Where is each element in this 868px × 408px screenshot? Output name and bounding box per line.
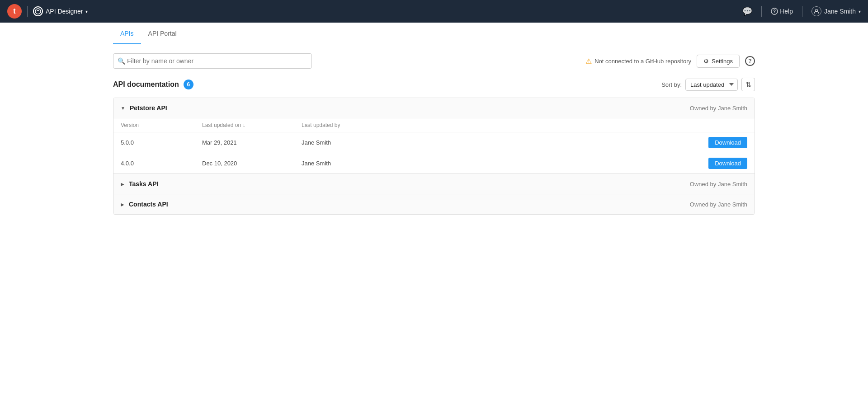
app-logo[interactable]: t (7, 4, 22, 19)
settings-button[interactable]: ⚙ Settings (697, 55, 740, 68)
brand-logo-icon (33, 6, 43, 16)
tab-bar: APIs API Portal (0, 23, 868, 44)
chevron-right-icon: ▶ (121, 202, 124, 207)
filter-actions: ⚠ Not connected to a GitHub repository ⚙… (585, 55, 755, 68)
tab-apis[interactable]: APIs (113, 23, 141, 44)
chat-icon[interactable]: 💬 (742, 6, 752, 16)
api-group-left-petstore: ▼ Petstore API (121, 104, 167, 112)
api-group-left-tasks: ▶ Tasks API (121, 180, 158, 188)
api-group-tasks: ▶ Tasks API Owned by Jane Smith (113, 174, 755, 194)
count-badge: 6 (184, 80, 193, 89)
download-button[interactable]: Download (708, 137, 747, 148)
sort-direction-button[interactable]: ⇅ (741, 78, 755, 91)
updated-by-value: Jane Smith (302, 160, 401, 167)
api-table: ▼ Petstore API Owned by Jane Smith Versi… (113, 98, 755, 215)
header-divider (27, 6, 28, 17)
api-group-petstore: ▼ Petstore API Owned by Jane Smith Versi… (113, 98, 755, 174)
main-content: APIs API Portal 🔍 ⚠ Not connected to a G… (0, 23, 868, 408)
version-header-row: Version Last updated on ↓ Last updated b… (113, 118, 755, 132)
settings-gear-icon: ⚙ (703, 58, 709, 65)
github-status: ⚠ Not connected to a GitHub repository (585, 57, 691, 66)
api-group-header-contacts[interactable]: ▶ Contacts API Owned by Jane Smith (113, 194, 755, 214)
sort-select[interactable]: Last updated Name Owner (685, 79, 738, 91)
col-header-updated-by: Last updated by (302, 122, 401, 128)
info-button[interactable]: ? (745, 56, 755, 66)
updated-by-value: Jane Smith (302, 139, 401, 146)
section-header: API documentation 6 Sort by: Last update… (113, 78, 755, 91)
chevron-down-icon: ▼ (121, 106, 125, 111)
version-row: 4.0.0 Dec 10, 2020 Jane Smith Download (113, 153, 755, 174)
chevron-right-icon: ▶ (121, 182, 124, 187)
sort-dir-icon: ⇅ (745, 80, 751, 89)
download-button[interactable]: Download (708, 158, 747, 169)
updated-on-value: Mar 29, 2021 (202, 139, 302, 146)
sort-area: Sort by: Last updated Name Owner ⇅ (661, 78, 755, 91)
filter-bar: 🔍 ⚠ Not connected to a GitHub repository… (113, 53, 755, 69)
header-right-area: 💬 ? Help Jane Smith ▾ (742, 6, 861, 17)
version-table-petstore: Version Last updated on ↓ Last updated b… (113, 118, 755, 174)
header-divider-3 (802, 6, 802, 17)
svg-text:?: ? (773, 9, 776, 14)
version-row: 5.0.0 Mar 29, 2021 Jane Smith Download (113, 132, 755, 153)
search-icon: 🔍 (118, 57, 125, 65)
version-number: 4.0.0 (121, 160, 202, 167)
user-caret-icon: ▾ (859, 9, 861, 14)
col-header-updated-on[interactable]: Last updated on ↓ (202, 122, 302, 128)
updated-on-value: Dec 10, 2020 (202, 160, 302, 167)
brand-caret-icon: ▾ (85, 9, 88, 14)
col-header-actions (401, 122, 747, 128)
brand-name-label: API Designer (46, 8, 83, 15)
api-group-header-petstore[interactable]: ▼ Petstore API Owned by Jane Smith (113, 98, 755, 118)
user-avatar-icon (811, 6, 821, 16)
brand-switcher[interactable]: API Designer ▾ (33, 6, 88, 16)
section-title: API documentation 6 (113, 80, 193, 89)
api-group-left-contacts: ▶ Contacts API (121, 201, 168, 208)
user-menu[interactable]: Jane Smith ▾ (811, 6, 861, 16)
header-divider-2 (761, 6, 762, 17)
svg-point-0 (35, 9, 41, 14)
filter-input-wrap: 🔍 (113, 53, 312, 69)
filter-input[interactable] (113, 53, 312, 69)
version-number: 5.0.0 (121, 139, 202, 146)
api-group-header-tasks[interactable]: ▶ Tasks API Owned by Jane Smith (113, 174, 755, 194)
api-group-contacts: ▶ Contacts API Owned by Jane Smith (113, 194, 755, 214)
help-circle-icon: ? (771, 8, 778, 15)
tab-api-portal[interactable]: API Portal (141, 23, 184, 44)
warning-icon: ⚠ (585, 57, 592, 66)
help-button[interactable]: ? Help (771, 8, 793, 15)
col-header-version: Version (121, 122, 202, 128)
app-header: t API Designer ▾ 💬 ? Help (0, 0, 868, 23)
content-area: 🔍 ⚠ Not connected to a GitHub repository… (0, 44, 868, 224)
